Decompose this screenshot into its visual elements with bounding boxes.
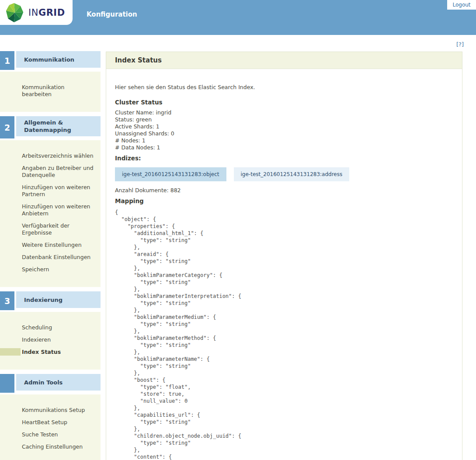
- sidebar-item-hinzufuegen-von-weiteren-anbietern[interactable]: Hinzufügen von weiteren Anbietern: [0, 201, 101, 220]
- sidebar-item-index-status[interactable]: Index Status: [0, 346, 101, 358]
- sidebar-item-datenbank-einstellungen[interactable]: Datenbank Einstellungen: [0, 251, 101, 263]
- page-title: Index Status: [106, 52, 462, 69]
- section-number: 2: [0, 116, 14, 138]
- sidebar-item-kommunikations-setup[interactable]: Kommunikations Setup: [0, 404, 101, 416]
- ingrid-gem-icon: [5, 2, 24, 23]
- logo-text: INGRID: [28, 7, 65, 18]
- sidebar-section-header: 2Allgemein & Datenmapping: [0, 116, 101, 136]
- cluster-status-line: # Data Nodes: 1: [115, 144, 453, 151]
- sidebar-section-header: 3Indexierung: [0, 291, 101, 308]
- mapping-heading: Mapping: [115, 197, 453, 204]
- sidebar-item-heartbeat-setup[interactable]: HeartBeat Setup: [0, 416, 101, 429]
- sidebar-item-caching-einstellungen[interactable]: Caching Einstellungen: [0, 441, 101, 453]
- intro-text: Hier sehen sie den Status des Elastic Se…: [115, 84, 453, 90]
- section-title: Allgemein & Datenmapping: [16, 116, 101, 136]
- logout-button[interactable]: Logout: [447, 0, 476, 10]
- section-items: Kommunikations SetupHeartBeat SetupSuche…: [0, 394, 101, 460]
- help-link[interactable]: [?]: [456, 41, 464, 48]
- sidebar-item-scheduling[interactable]: Scheduling: [0, 322, 101, 334]
- sidebar-item-arbeitsverzeichnis-waehlen[interactable]: Arbeitsverzeichnis wählen: [0, 150, 101, 162]
- app-title: Konfiguration: [87, 10, 137, 18]
- sidebar-item-speichern[interactable]: Speichern: [0, 263, 101, 276]
- indizes-heading: Indizes:: [115, 155, 453, 162]
- panel-body: Hier sehen sie den Status des Elastic Se…: [106, 69, 462, 460]
- cluster-status-line: Cluster Name: ingrid: [115, 109, 453, 116]
- documents-count: Anzahl Dokumente: 882: [115, 187, 453, 194]
- section-number: 1: [0, 51, 14, 70]
- cluster-status-lines: Cluster Name: ingridStatus: greenActive …: [115, 109, 453, 151]
- cluster-status-heading: Cluster Status: [115, 99, 453, 106]
- section-number: [0, 374, 14, 393]
- mapping-json: { "object": { "properties": { "additiona…: [115, 209, 453, 460]
- section-title: Indexierung: [16, 291, 101, 308]
- cluster-status-line: Unassigned Shards: 0: [115, 130, 453, 137]
- cluster-status-line: Active Shards: 1: [115, 123, 453, 130]
- section-title: Admin Tools: [16, 374, 101, 391]
- sidebar-item-weitere-einstellungen[interactable]: Weitere Einstellungen: [0, 239, 101, 251]
- sidebar-item-verfuegbarkeit-der-ergebnisse[interactable]: Verfügbarkeit der Ergebnisse: [0, 220, 101, 239]
- sidebar-item-suche-testen[interactable]: Suche Testen: [0, 429, 101, 441]
- index-tab-address[interactable]: ige-test_20160125143131283:address: [234, 167, 350, 181]
- sidebar-section-header: Admin Tools: [0, 374, 101, 391]
- section-items: Arbeitsverzeichnis wählenAngaben zu Betr…: [0, 140, 101, 287]
- sidebar: 1KommunikationKommunikation bearbeiten2A…: [0, 51, 101, 460]
- logo[interactable]: INGRID: [0, 0, 73, 25]
- index-buttons-row: ige-test_20160125143131283:objectige-tes…: [115, 167, 453, 181]
- sidebar-item-angaben-zu-betreiber-und-datenquelle[interactable]: Angaben zu Betreiber und Datenquelle: [0, 162, 101, 181]
- section-title: Kommunikation: [16, 51, 101, 68]
- cluster-status-line: Status: green: [115, 116, 453, 123]
- index-tab-object[interactable]: ige-test_20160125143131283:object: [115, 167, 226, 181]
- section-items: SchedulingIndexierenIndex Status: [0, 312, 101, 370]
- sidebar-item-hinzufuegen-von-weiteren-partnern[interactable]: Hinzufügen von weiteren Partnern: [0, 181, 101, 201]
- sidebar-section-header: 1Kommunikation: [0, 51, 101, 68]
- sidebar-item-kommunikation-bearbeiten[interactable]: Kommunikation bearbeiten: [0, 81, 101, 100]
- content-panel: Index Status Hier sehen sie den Status d…: [106, 52, 462, 460]
- section-items: Kommunikation bearbeiten: [0, 72, 101, 112]
- section-number: 3: [0, 291, 14, 310]
- cluster-status-line: # Nodes: 1: [115, 137, 453, 144]
- header-bar: INGRID Konfiguration Logout: [0, 0, 476, 35]
- sidebar-item-indexieren[interactable]: Indexieren: [0, 334, 101, 346]
